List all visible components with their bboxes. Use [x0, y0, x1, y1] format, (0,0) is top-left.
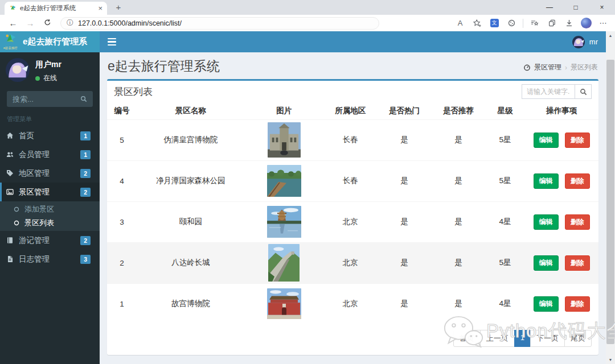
scenic-table: 编号 景区名称 图片 所属地区 是否热门 是否推荐 星级 操作事项 5 伪满皇宫… — [107, 102, 598, 324]
sidebar-item-scenic-list[interactable]: 景区列表 — [0, 216, 100, 230]
online-status-dot — [35, 76, 40, 81]
cell-hot: 是 — [378, 119, 432, 160]
maximize-icon[interactable]: □ — [563, 0, 589, 15]
cell-image — [245, 119, 323, 160]
cell-name: 伪满皇宫博物院 — [137, 119, 245, 160]
browser-tab[interactable]: e起去旅行管理系统 × — [5, 2, 107, 15]
sidebar-item-logs[interactable]: 日志管理 3 — [0, 250, 100, 268]
site-info-icon[interactable]: ⓘ — [67, 18, 73, 28]
col-header-name: 景区名称 — [137, 102, 245, 119]
cell-actions: 编辑 删除 — [525, 160, 599, 201]
downloads-icon[interactable] — [561, 17, 576, 30]
forward-icon[interactable]: → — [22, 18, 39, 28]
edit-button[interactable]: 编辑 — [534, 255, 559, 271]
sidebar-item-members[interactable]: 会员管理 1 — [0, 145, 100, 164]
favicon — [9, 5, 17, 12]
cell-recommend: 是 — [432, 160, 486, 201]
search-button[interactable] — [575, 84, 592, 99]
pagination-prev[interactable]: 上一页 — [480, 330, 515, 347]
main-content: e起去旅行管理系统 景区管理 › 景区列表 景区列表 — [100, 52, 606, 364]
minimize-icon[interactable]: — — [536, 0, 563, 15]
sidebar-search-icon[interactable] — [77, 92, 91, 106]
top-navbar: mr — [100, 31, 606, 52]
col-header-region: 所属地区 — [323, 102, 378, 119]
favorite-icon[interactable] — [470, 17, 485, 30]
cookie-icon[interactable] — [504, 17, 519, 30]
delete-button[interactable]: 删除 — [565, 133, 590, 148]
user-avatar[interactable] — [6, 58, 30, 82]
pagination-last[interactable]: 尾页 — [564, 330, 592, 347]
split-screen-icon[interactable] — [544, 17, 559, 30]
cell-stars: 4星 — [485, 283, 524, 324]
address-bar-icons: A 文 ⋯ — [453, 17, 610, 30]
cell-recommend: 是 — [432, 242, 486, 283]
url-field[interactable]: ⓘ 127.0.0.1:5000/admin/scenic/list/ — [60, 17, 379, 30]
pagination-next[interactable]: 下一页 — [530, 330, 565, 347]
cell-hot: 是 — [378, 201, 432, 242]
table-row: 1 故宫博物院 北京 是 是 4星 编辑 删除 — [107, 283, 598, 324]
sidebar-item-scenic[interactable]: 景区管理 2 — [0, 183, 100, 201]
scrollbar-thumb[interactable] — [606, 60, 614, 344]
translate-icon[interactable]: 文 — [487, 17, 502, 30]
sidebar-item-add-scenic[interactable]: 添加景区 — [0, 202, 100, 216]
image-icon — [6, 188, 14, 196]
cell-id: 4 — [107, 160, 137, 201]
edit-button[interactable]: 编辑 — [534, 133, 559, 148]
breadcrumb-section[interactable]: 景区管理 — [534, 63, 561, 72]
sidebar-search-input[interactable] — [13, 95, 77, 104]
pagination-first[interactable]: 首页 — [453, 330, 481, 347]
navbar-user-menu[interactable]: mr — [572, 31, 598, 52]
cell-stars: 5星 — [485, 242, 524, 283]
menu-badge: 2 — [80, 236, 91, 245]
new-tab-button[interactable]: + — [113, 2, 124, 12]
cell-actions: 编辑 删除 — [525, 242, 599, 283]
collections-icon[interactable] — [527, 17, 542, 30]
refresh-icon[interactable] — [39, 18, 56, 28]
cell-name: 故宫博物院 — [137, 283, 245, 324]
read-aloud-icon[interactable]: A — [453, 17, 468, 30]
close-icon[interactable]: × — [589, 0, 615, 15]
sidebar-item-home[interactable]: 首页 1 — [0, 126, 100, 145]
users-icon — [6, 151, 14, 158]
app-window: e起去旅行 e起去旅行管理系 mr 用户mr 在线 — [0, 31, 615, 364]
pagination-page-1[interactable]: 1 — [514, 330, 531, 347]
cell-image — [245, 242, 323, 283]
edit-button[interactable]: 编辑 — [534, 173, 559, 189]
cell-region: 北京 — [323, 283, 378, 324]
page-scrollbar[interactable]: ▲ ▼ — [606, 31, 615, 364]
delete-button[interactable]: 删除 — [565, 214, 590, 230]
keyword-search-input[interactable] — [522, 84, 575, 99]
app-logo-text: e起去旅行管理系 — [23, 36, 87, 47]
delete-button[interactable]: 删除 — [565, 173, 590, 189]
menu-badge: 3 — [80, 255, 91, 264]
col-header-recommend: 是否推荐 — [432, 102, 486, 119]
scenic-photo — [267, 288, 301, 319]
cell-name: 八达岭长城 — [137, 242, 245, 283]
app-logo[interactable]: e起去旅行 e起去旅行管理系 — [0, 31, 100, 52]
tab-close-icon[interactable]: × — [98, 5, 102, 12]
cell-recommend: 是 — [432, 201, 486, 242]
col-header-actions: 操作事项 — [525, 102, 599, 119]
edit-button[interactable]: 编辑 — [534, 214, 559, 230]
scenic-photo — [268, 122, 301, 158]
sidebar-item-travel-notes[interactable]: 游记管理 2 — [0, 231, 100, 250]
cell-region: 北京 — [323, 242, 378, 283]
scenic-photo — [268, 244, 300, 282]
sidebar-item-regions[interactable]: 地区管理 2 — [0, 164, 100, 183]
scenic-list-panel: 景区列表 编号 景区名称 图片 — [107, 79, 598, 355]
scroll-up-icon[interactable]: ▲ — [606, 31, 615, 40]
edit-button[interactable]: 编辑 — [534, 296, 559, 312]
user-name: 用户mr — [35, 60, 62, 70]
window-controls: — □ × — [536, 0, 615, 15]
scroll-down-icon[interactable]: ▼ — [606, 355, 615, 364]
back-icon[interactable]: ← — [5, 18, 22, 28]
circle-o-icon — [14, 220, 19, 226]
sidebar-search — [7, 91, 93, 107]
breadcrumb-current: 景区列表 — [571, 63, 598, 72]
delete-button[interactable]: 删除 — [565, 296, 590, 312]
sidebar-toggle-icon[interactable] — [100, 31, 124, 52]
delete-button[interactable]: 删除 — [565, 255, 590, 271]
browser-profile-avatar[interactable] — [579, 17, 593, 30]
settings-menu-icon[interactable]: ⋯ — [596, 17, 610, 30]
cell-image — [245, 160, 323, 201]
